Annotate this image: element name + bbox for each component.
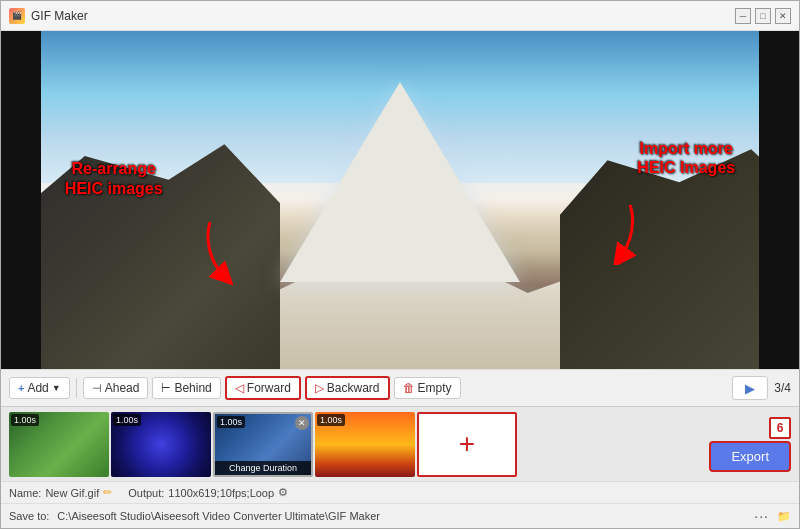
thumb-duration-4: 1.00s: [317, 414, 345, 426]
output-value: 1100x619;10fps;Loop: [168, 487, 274, 499]
window-title: GIF Maker: [31, 9, 88, 23]
play-button[interactable]: ▶: [732, 376, 768, 400]
page-indicator: 3/4: [774, 381, 791, 395]
add-image-button[interactable]: +: [417, 412, 517, 477]
ahead-icon: ⊣: [92, 382, 102, 395]
ahead-button[interactable]: ⊣ Ahead: [83, 377, 149, 399]
add-image-icon: +: [459, 428, 475, 460]
meta-output-group: Output: 1100x619;10fps;Loop ⚙: [128, 486, 288, 499]
add-button[interactable]: + Add ▼: [9, 377, 70, 399]
app-icon: 🎬: [9, 8, 25, 24]
title-bar: 🎬 GIF Maker ─ □ ✕: [1, 1, 799, 31]
thumb-close-icon[interactable]: ✕: [295, 416, 309, 430]
title-bar-controls: ─ □ ✕: [735, 8, 791, 24]
mountain-background: [1, 31, 799, 369]
play-icon: ▶: [745, 381, 755, 396]
forward-button[interactable]: ◁ Forward: [225, 376, 301, 400]
timeline-thumb-2[interactable]: 1.00s: [111, 412, 211, 477]
export-button[interactable]: Export: [709, 441, 791, 472]
output-label: Output:: [128, 487, 164, 499]
snow-peak: [280, 82, 520, 282]
play-controls: ▶ 3/4: [732, 376, 791, 400]
gear-icon[interactable]: ⚙: [278, 486, 288, 499]
export-badge: 6: [769, 417, 791, 439]
minimize-button[interactable]: ─: [735, 8, 751, 24]
edit-icon[interactable]: ✏: [103, 486, 112, 499]
main-window: 🎬 GIF Maker ─ □ ✕ Re-arrange HEIC ima: [0, 0, 800, 529]
backward-button[interactable]: ▷ Backward: [305, 376, 390, 400]
forward-icon: ◁: [235, 381, 244, 395]
video-content: Re-arrange HEIC images Import more HEIC …: [1, 31, 799, 369]
black-side-right: [759, 31, 799, 369]
thumb-duration-1: 1.00s: [11, 414, 39, 426]
save-label: Save to:: [9, 510, 49, 522]
timeline-thumb-1[interactable]: 1.00s: [9, 412, 109, 477]
behind-icon: ⊢: [161, 382, 171, 395]
maximize-button[interactable]: □: [755, 8, 771, 24]
bottom-section: + Add ▼ ⊣ Ahead ⊢ Behind ◁ Forward ▷ Bac…: [1, 369, 799, 528]
timeline-thumb-3[interactable]: 1.00s ✕ Change Duration: [213, 412, 313, 477]
folder-icon[interactable]: 📁: [777, 510, 791, 523]
save-path: C:\Aiseesoft Studio\Aiseesoft Video Conv…: [57, 510, 746, 522]
empty-button[interactable]: 🗑 Empty: [394, 377, 461, 399]
close-button[interactable]: ✕: [775, 8, 791, 24]
name-label: Name:: [9, 487, 41, 499]
name-value: New Gif.gif: [45, 487, 99, 499]
change-duration-label[interactable]: Change Duration: [215, 461, 311, 475]
save-row: Save to: C:\Aiseesoft Studio\Aiseesoft V…: [1, 503, 799, 528]
meta-row: Name: New Gif.gif ✏ Output: 1100x619;10f…: [1, 481, 799, 503]
trash-icon: 🗑: [403, 381, 415, 395]
plus-icon: +: [18, 382, 24, 394]
dropdown-arrow-icon: ▼: [52, 383, 61, 393]
thumb-duration-2: 1.00s: [113, 414, 141, 426]
timeline-thumb-4[interactable]: 1.00s: [315, 412, 415, 477]
video-area: Re-arrange HEIC images Import more HEIC …: [1, 31, 799, 369]
toolbar-row: + Add ▼ ⊣ Ahead ⊢ Behind ◁ Forward ▷ Bac…: [1, 369, 799, 406]
title-bar-left: 🎬 GIF Maker: [9, 8, 88, 24]
backward-icon: ▷: [315, 381, 324, 395]
more-options-button[interactable]: ···: [754, 508, 769, 524]
export-section: 6 Export: [709, 417, 791, 472]
separator: [76, 378, 77, 398]
thumb-duration-3: 1.00s: [217, 416, 245, 428]
black-side-left: [1, 31, 41, 369]
timeline-row: 1.00s 1.00s 1.00s ✕ Change Duration 1.00…: [1, 406, 799, 481]
meta-name-group: Name: New Gif.gif ✏: [9, 486, 112, 499]
behind-button[interactable]: ⊢ Behind: [152, 377, 220, 399]
